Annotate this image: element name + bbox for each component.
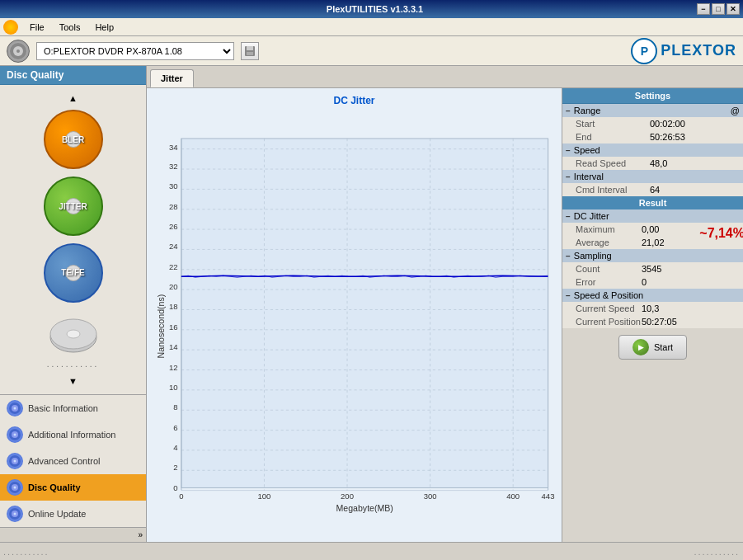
current-speed-label: Current Speed <box>576 304 642 313</box>
bler-disc-button[interactable]: BLER <box>24 108 123 172</box>
svg-text:300: 300 <box>424 492 437 501</box>
tefe-label: TE/FE <box>61 268 84 277</box>
read-speed-value: 48,0 <box>650 158 667 168</box>
cmd-interval-label: Cmd Interval <box>576 185 650 195</box>
start-label: Start <box>654 342 673 352</box>
additional-info-icon <box>7 426 23 443</box>
start-value: 00:02:00 <box>650 119 685 129</box>
svg-text:24: 24 <box>169 242 178 251</box>
maximum-label: Maximum <box>576 224 642 234</box>
svg-text:200: 200 <box>341 492 354 501</box>
save-button[interactable] <box>241 42 259 60</box>
svg-rect-43 <box>181 139 548 487</box>
speed-section: − Speed Read Speed 48,0 <box>562 144 743 170</box>
svg-text:400: 400 <box>506 492 520 501</box>
count-label: Count <box>576 264 642 274</box>
disc-quality-icon <box>7 479 23 496</box>
average-label: Average <box>576 238 642 247</box>
sidebar-item-online-update[interactable]: Online Update <box>0 501 146 527</box>
cmd-interval-row: Cmd Interval 64 <box>562 183 743 196</box>
bler-disc-icon: BLER <box>44 110 103 169</box>
error-label: Error <box>576 277 642 287</box>
start-button[interactable]: Start <box>618 335 687 360</box>
svg-text:16: 16 <box>169 322 178 332</box>
disc-quality-label: Disc Quality <box>28 482 81 492</box>
chart-area: DC Jitter Nanosecond(ns) 0 2 4 6 8 10 12… <box>147 88 743 542</box>
speed-position-section-header[interactable]: − Speed & Position <box>562 289 743 302</box>
status-bar: ........... ........... <box>0 542 743 560</box>
speed-section-header[interactable]: − Speed <box>562 144 743 157</box>
gray-disc-button[interactable]: ........... <box>24 308 123 371</box>
speed-position-section: − Speed & Position Current Speed 10,3 Cu… <box>562 289 743 328</box>
start-icon <box>632 339 649 355</box>
svg-text:34: 34 <box>169 143 178 152</box>
close-button[interactable]: ✕ <box>727 3 740 15</box>
sampling-section-header[interactable]: − Sampling <box>562 249 743 262</box>
svg-text:10: 10 <box>169 383 178 392</box>
current-speed-row: Current Speed 10,3 <box>562 302 743 315</box>
dc-jitter-section-header[interactable]: − DC Jitter <box>562 209 743 223</box>
svg-point-11 <box>14 407 16 410</box>
speed-position-label: Speed & Position <box>574 290 643 300</box>
current-speed-value: 10,3 <box>642 304 659 313</box>
svg-text:100: 100 <box>258 492 271 501</box>
jitter-annotation: ~7,14% <box>699 226 743 241</box>
svg-text:14: 14 <box>169 342 178 351</box>
tefe-disc-button[interactable]: TE/FE <box>24 242 123 305</box>
logo-circle: P <box>631 38 657 64</box>
svg-text:20: 20 <box>169 282 178 291</box>
menu-file[interactable]: File <box>23 21 51 34</box>
sampling-section: − Sampling Count 3545 Error 0 <box>562 249 743 289</box>
dots-label: ........... <box>47 360 100 369</box>
app-title: PlexUTILITIES v1.3.3.1 <box>53 4 697 14</box>
main-area: Disc Quality ▲ BLER JITTER TE/FE <box>0 66 743 542</box>
sidebar-expand-button[interactable]: » <box>0 527 146 542</box>
cmd-interval-value: 64 <box>650 185 660 195</box>
scroll-down-button[interactable]: ▼ <box>3 374 143 388</box>
scroll-up-button[interactable]: ▲ <box>3 92 143 105</box>
chart-svg: Nanosecond(ns) 0 2 4 6 8 10 12 14 16 18 … <box>153 110 555 525</box>
svg-text:0: 0 <box>173 483 177 492</box>
drive-selector[interactable]: O:PLEXTOR DVDR PX-870A 1.08 <box>36 42 234 60</box>
sidebar-item-basic[interactable]: Basic Information <box>0 395 146 421</box>
svg-text:2: 2 <box>173 463 177 472</box>
read-speed-row: Read Speed 48,0 <box>562 157 743 170</box>
range-section-header[interactable]: − Range @ <box>562 104 743 117</box>
range-label: Range <box>574 106 600 115</box>
jitter-disc-button[interactable]: JITTER <box>24 175 123 238</box>
svg-point-14 <box>14 434 16 436</box>
menu-tools[interactable]: Tools <box>53 21 87 34</box>
sidebar-item-disc-quality[interactable]: Disc Quality <box>0 474 146 501</box>
end-value: 50:26:53 <box>650 132 685 142</box>
status-dots-right: ........... <box>694 547 740 557</box>
maximum-value: 0,00 <box>642 224 659 234</box>
interval-section-header[interactable]: − Interval <box>562 170 743 183</box>
at-symbol: @ <box>731 106 740 115</box>
svg-text:4: 4 <box>173 443 178 452</box>
maximize-button[interactable]: □ <box>712 3 725 15</box>
current-position-row: Current Position 50:27:05 <box>562 315 743 328</box>
minimize-button[interactable]: − <box>697 3 710 15</box>
count-row: Count 3545 <box>562 262 743 275</box>
error-value: 0 <box>642 277 647 287</box>
error-row: Error 0 <box>562 275 743 289</box>
menu-help[interactable]: Help <box>88 21 120 34</box>
svg-text:443: 443 <box>542 492 555 501</box>
svg-text:26: 26 <box>169 222 178 231</box>
svg-point-23 <box>14 513 16 515</box>
additional-info-label: Additional Information <box>28 430 115 440</box>
svg-point-17 <box>14 460 16 463</box>
svg-text:6: 6 <box>173 423 177 432</box>
end-label: End <box>576 132 650 142</box>
sidebar-item-additional[interactable]: Additional Information <box>0 421 146 448</box>
result-header: Result <box>562 196 743 209</box>
nav-items: Basic Information Additional Information… <box>0 394 146 527</box>
sidebar-item-advanced[interactable]: Advanced Control <box>0 448 146 474</box>
svg-text:Megabyte(MB): Megabyte(MB) <box>336 503 393 513</box>
dc-jitter-section: − DC Jitter Maximum 0,00 Average 21,02 <box>562 209 743 249</box>
settings-header: Settings <box>562 88 743 104</box>
svg-rect-4 <box>247 46 253 50</box>
tab-jitter[interactable]: Jitter <box>150 69 194 87</box>
advanced-control-label: Advanced Control <box>28 456 100 466</box>
svg-point-2 <box>16 49 20 53</box>
